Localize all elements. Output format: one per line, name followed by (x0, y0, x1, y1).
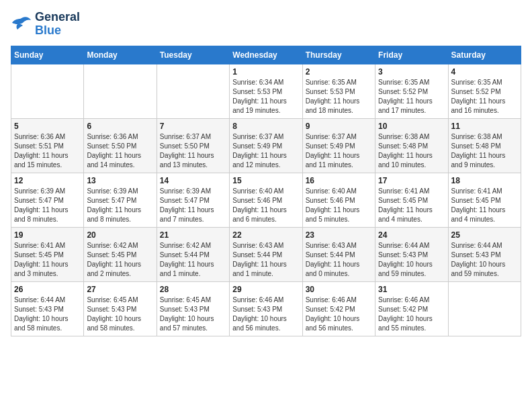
day-content: Sunrise: 6:45 AM Sunset: 5:43 PM Dayligh… (160, 295, 226, 333)
day-content: Sunrise: 6:46 AM Sunset: 5:42 PM Dayligh… (378, 295, 445, 333)
day-content: Sunrise: 6:38 AM Sunset: 5:48 PM Dayligh… (378, 132, 445, 170)
day-content: Sunrise: 6:35 AM Sunset: 5:52 PM Dayligh… (378, 78, 445, 116)
logo-icon (11, 15, 32, 34)
calendar-cell: 29Sunrise: 6:46 AM Sunset: 5:43 PM Dayli… (230, 281, 302, 336)
day-content: Sunrise: 6:37 AM Sunset: 5:50 PM Dayligh… (160, 132, 226, 170)
calendar-table: SundayMondayTuesdayWednesdayThursdayFrid… (11, 46, 521, 336)
calendar-cell: 20Sunrise: 6:42 AM Sunset: 5:45 PM Dayli… (84, 227, 157, 281)
day-number: 24 (378, 230, 445, 240)
day-number: 5 (14, 122, 81, 131)
calendar-cell: 14Sunrise: 6:39 AM Sunset: 5:47 PM Dayli… (157, 173, 229, 227)
day-number: 29 (232, 285, 299, 294)
day-number: 3 (378, 67, 445, 77)
day-number: 17 (378, 176, 445, 185)
day-content: Sunrise: 6:36 AM Sunset: 5:50 PM Dayligh… (87, 132, 153, 170)
day-number: 4 (451, 67, 518, 77)
day-content: Sunrise: 6:36 AM Sunset: 5:51 PM Dayligh… (14, 132, 81, 170)
day-content: Sunrise: 6:38 AM Sunset: 5:48 PM Dayligh… (451, 132, 518, 170)
day-number: 7 (160, 122, 226, 131)
calendar-cell: 26Sunrise: 6:44 AM Sunset: 5:43 PM Dayli… (11, 281, 84, 336)
day-content: Sunrise: 6:46 AM Sunset: 5:43 PM Dayligh… (232, 295, 299, 333)
day-content: Sunrise: 6:35 AM Sunset: 5:53 PM Dayligh… (306, 78, 372, 116)
calendar-cell: 27Sunrise: 6:45 AM Sunset: 5:43 PM Dayli… (84, 281, 157, 336)
calendar-cell: 31Sunrise: 6:46 AM Sunset: 5:42 PM Dayli… (375, 281, 448, 336)
calendar-cell: 23Sunrise: 6:43 AM Sunset: 5:44 PM Dayli… (302, 227, 375, 281)
day-number: 16 (306, 176, 372, 185)
day-content: Sunrise: 6:39 AM Sunset: 5:47 PM Dayligh… (160, 187, 226, 224)
day-number: 12 (14, 176, 81, 185)
day-content: Sunrise: 6:34 AM Sunset: 5:53 PM Dayligh… (232, 78, 299, 116)
day-of-week-header: Monday (84, 46, 157, 64)
logo-text-general: General (35, 11, 80, 24)
day-content: Sunrise: 6:44 AM Sunset: 5:43 PM Dayligh… (451, 241, 518, 279)
day-content: Sunrise: 6:41 AM Sunset: 5:45 PM Dayligh… (378, 187, 445, 224)
day-content: Sunrise: 6:43 AM Sunset: 5:44 PM Dayligh… (306, 241, 372, 279)
calendar-cell: 21Sunrise: 6:42 AM Sunset: 5:44 PM Dayli… (157, 227, 229, 281)
day-content: Sunrise: 6:35 AM Sunset: 5:52 PM Dayligh… (451, 78, 518, 116)
day-number: 28 (160, 285, 226, 294)
calendar-cell: 17Sunrise: 6:41 AM Sunset: 5:45 PM Dayli… (375, 173, 448, 227)
day-content: Sunrise: 6:40 AM Sunset: 5:46 PM Dayligh… (232, 187, 299, 224)
day-content: Sunrise: 6:43 AM Sunset: 5:44 PM Dayligh… (232, 241, 299, 279)
page-header: General Blue (11, 11, 521, 38)
day-of-week-header: Wednesday (230, 46, 302, 64)
calendar-cell (448, 281, 521, 336)
day-of-week-header: Saturday (448, 46, 521, 64)
logo-text-blue: Blue (35, 24, 80, 38)
day-number: 18 (451, 176, 518, 185)
calendar-cell (11, 64, 84, 118)
calendar-week-row: 5Sunrise: 6:36 AM Sunset: 5:51 PM Daylig… (11, 118, 521, 173)
calendar-week-row: 1Sunrise: 6:34 AM Sunset: 5:53 PM Daylig… (11, 64, 521, 118)
day-content: Sunrise: 6:44 AM Sunset: 5:43 PM Dayligh… (14, 295, 81, 333)
day-number: 27 (87, 285, 153, 294)
day-content: Sunrise: 6:41 AM Sunset: 5:45 PM Dayligh… (451, 187, 518, 224)
day-number: 15 (232, 176, 299, 185)
day-of-week-header: Tuesday (157, 46, 229, 64)
day-content: Sunrise: 6:41 AM Sunset: 5:45 PM Dayligh… (14, 241, 81, 279)
day-number: 11 (451, 122, 518, 131)
calendar-cell: 15Sunrise: 6:40 AM Sunset: 5:46 PM Dayli… (230, 173, 302, 227)
day-content: Sunrise: 6:42 AM Sunset: 5:45 PM Dayligh… (87, 241, 153, 279)
day-content: Sunrise: 6:37 AM Sunset: 5:49 PM Dayligh… (306, 132, 372, 170)
header-row: SundayMondayTuesdayWednesdayThursdayFrid… (11, 46, 521, 64)
calendar-cell: 7Sunrise: 6:37 AM Sunset: 5:50 PM Daylig… (157, 118, 229, 173)
day-number: 19 (14, 230, 81, 240)
day-number: 22 (232, 230, 299, 240)
calendar-cell: 19Sunrise: 6:41 AM Sunset: 5:45 PM Dayli… (11, 227, 84, 281)
day-number: 6 (87, 122, 153, 131)
calendar-cell: 16Sunrise: 6:40 AM Sunset: 5:46 PM Dayli… (302, 173, 375, 227)
calendar-cell: 10Sunrise: 6:38 AM Sunset: 5:48 PM Dayli… (375, 118, 448, 173)
day-number: 8 (232, 122, 299, 131)
day-number: 26 (14, 285, 81, 294)
day-number: 10 (378, 122, 445, 131)
logo: General Blue (11, 11, 80, 38)
calendar-cell: 30Sunrise: 6:46 AM Sunset: 5:42 PM Dayli… (302, 281, 375, 336)
calendar-cell: 8Sunrise: 6:37 AM Sunset: 5:49 PM Daylig… (230, 118, 302, 173)
day-content: Sunrise: 6:46 AM Sunset: 5:42 PM Dayligh… (306, 295, 372, 333)
calendar-week-row: 19Sunrise: 6:41 AM Sunset: 5:45 PM Dayli… (11, 227, 521, 281)
day-content: Sunrise: 6:40 AM Sunset: 5:46 PM Dayligh… (306, 187, 372, 224)
day-content: Sunrise: 6:45 AM Sunset: 5:43 PM Dayligh… (87, 295, 153, 333)
calendar-cell: 25Sunrise: 6:44 AM Sunset: 5:43 PM Dayli… (448, 227, 521, 281)
day-number: 30 (306, 285, 372, 294)
calendar-cell (84, 64, 157, 118)
calendar-cell: 13Sunrise: 6:39 AM Sunset: 5:47 PM Dayli… (84, 173, 157, 227)
calendar-cell: 18Sunrise: 6:41 AM Sunset: 5:45 PM Dayli… (448, 173, 521, 227)
day-of-week-header: Thursday (302, 46, 375, 64)
calendar-cell: 6Sunrise: 6:36 AM Sunset: 5:50 PM Daylig… (84, 118, 157, 173)
calendar-cell: 22Sunrise: 6:43 AM Sunset: 5:44 PM Dayli… (230, 227, 302, 281)
day-content: Sunrise: 6:39 AM Sunset: 5:47 PM Dayligh… (14, 187, 81, 224)
day-number: 20 (87, 230, 153, 240)
calendar-cell: 12Sunrise: 6:39 AM Sunset: 5:47 PM Dayli… (11, 173, 84, 227)
day-number: 13 (87, 176, 153, 185)
calendar-cell: 28Sunrise: 6:45 AM Sunset: 5:43 PM Dayli… (157, 281, 229, 336)
day-number: 14 (160, 176, 226, 185)
calendar-cell: 9Sunrise: 6:37 AM Sunset: 5:49 PM Daylig… (302, 118, 375, 173)
calendar-cell: 11Sunrise: 6:38 AM Sunset: 5:48 PM Dayli… (448, 118, 521, 173)
calendar-cell (157, 64, 229, 118)
calendar-cell: 3Sunrise: 6:35 AM Sunset: 5:52 PM Daylig… (375, 64, 448, 118)
day-of-week-header: Friday (375, 46, 448, 64)
day-content: Sunrise: 6:39 AM Sunset: 5:47 PM Dayligh… (87, 187, 153, 224)
day-number: 31 (378, 285, 445, 294)
day-number: 9 (306, 122, 372, 131)
